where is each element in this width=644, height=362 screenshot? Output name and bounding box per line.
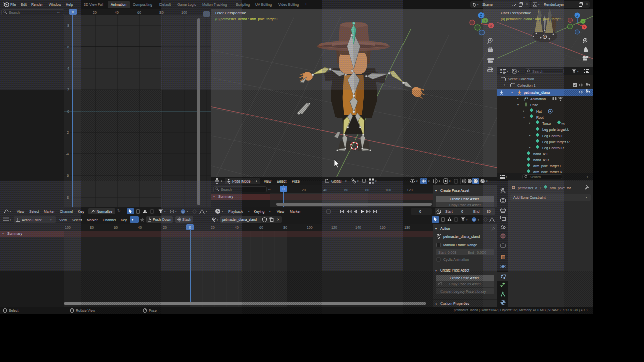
svg-text:Y: Y [484, 19, 486, 22]
svg-text:Y: Y [582, 20, 584, 23]
svg-text:X: X [490, 24, 492, 27]
svg-text:Z: Z [576, 14, 578, 17]
svg-text:Z: Z [480, 14, 482, 17]
svg-text:X: X [583, 26, 585, 29]
